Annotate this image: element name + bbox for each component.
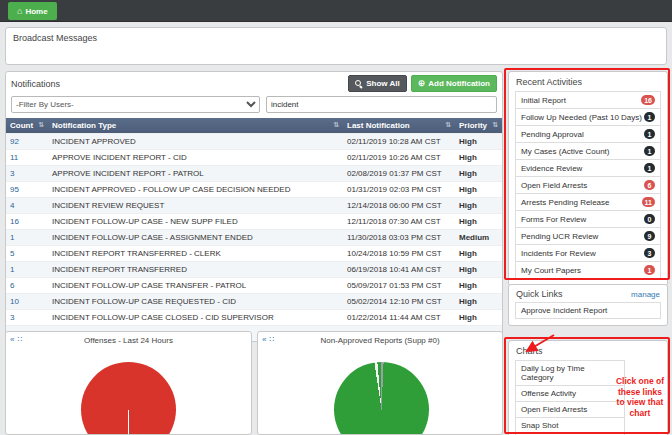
show-all-button[interactable]: Show All [348,75,406,92]
home-tab-label: Home [25,7,47,16]
offenses-chart-title: Offenses - Last 24 Hours [6,332,251,345]
notification-search-input[interactable] [266,96,497,113]
notification-type-cell: APPROVE INCIDENT REPORT - PATROL [48,166,343,182]
chart-link-item[interactable]: Daily Log by Time Category [515,360,625,386]
recent-activity-label: Evidence Review [521,164,582,173]
column-header-type[interactable]: Notification Type ⇅ [48,118,343,134]
chart-link-label: Offense Activity [521,389,576,398]
notification-count-link[interactable]: 95 [10,185,19,194]
notification-count-link[interactable]: 16 [10,217,19,226]
quick-link-item[interactable]: Approve Incident Report [515,302,661,319]
count-badge: 1 [644,129,655,139]
broadcast-messages-title: Broadcast Messages [6,28,666,46]
notification-row[interactable]: 4 INCIDENT REVIEW REQUEST 12/14/2018 06:… [6,198,502,214]
grip-icon[interactable]: ∷ [17,335,22,344]
notification-count-link[interactable]: 4 [10,201,14,210]
home-tab[interactable]: ⌂ Home [8,2,57,20]
notification-count-link[interactable]: 11 [10,153,18,162]
notification-row[interactable]: 3 APPROVE INCIDENT REPORT - PATROL 02/08… [6,166,502,182]
recent-activity-item[interactable]: Open Field Arrests 6 [515,176,661,194]
notification-count-link[interactable]: 6 [10,281,14,290]
notification-priority-cell: High [455,246,502,262]
notification-count-link[interactable]: 3 [10,313,14,322]
notification-count-link[interactable]: 3 [10,169,14,178]
quick-links-panel: Quick Links manage Approve Incident Repo… [508,284,668,326]
recent-activity-label: Follow Up Needed (Past 10 Days) [521,113,642,122]
add-notification-button[interactable]: ⊕ Add Notification [411,75,497,92]
collapse-icon[interactable]: « [10,335,14,344]
notification-row[interactable]: 1 INCIDENT FOLLOW-UP CASE - ASSIGNMENT E… [6,230,502,246]
notification-row[interactable]: 16 INCIDENT FOLLOW-UP CASE - NEW SUPP FI… [6,214,502,230]
recent-activity-item[interactable]: Incidents For Review 3 [515,244,661,262]
notification-row[interactable]: 95 INCIDENT APPROVED - FOLLOW UP CASE DE… [6,182,502,198]
notification-row[interactable]: 1 INCIDENT REPORT TRANSFERRED 06/19/2018… [6,262,502,278]
notification-row[interactable]: 6 INCIDENT FOLLOW-UP CASE TRANSFER - PAT… [6,278,502,294]
recent-activity-item[interactable]: Pending Approval 1 [515,125,661,143]
collapse-icon[interactable]: « [262,335,266,344]
manage-link[interactable]: manage [631,290,660,299]
count-badge: 6 [644,180,655,190]
count-badge: 3 [644,248,655,258]
notification-row[interactable]: 5 INCIDENT REPORT TRANSFERRED - CLERK 10… [6,246,502,262]
recent-activity-item[interactable]: Follow Up Needed (Past 10 Days) 1 [515,108,661,126]
notification-count-link[interactable]: 5 [10,249,14,258]
recent-activity-item[interactable]: Arrests Pending Release 11 [515,193,661,211]
recent-activity-item[interactable]: My Cases (Active Count) 1 [515,142,661,160]
sort-icon: ⇅ [333,121,339,129]
recent-activity-item[interactable]: Pending UCR Review 9 [515,227,661,245]
notification-priority-cell: High [455,262,502,278]
notifications-table: Count ⇅ Notification Type ⇅ Last Notific… [6,118,502,341]
notification-count-link[interactable]: 1 [10,233,14,242]
recent-activity-item[interactable]: Evidence Review 1 [515,159,661,177]
search-icon [355,80,363,88]
notifications-table-header: Count ⇅ Notification Type ⇅ Last Notific… [6,118,502,134]
sort-icon: ⇅ [38,121,44,129]
count-badge: 16 [641,95,655,105]
notification-type-cell: INCIDENT FOLLOW-UP CASE - ASSIGNMENT END… [48,230,343,246]
recent-activity-item[interactable]: Forms For Review 0 [515,210,661,228]
notification-row[interactable]: 92 INCIDENT APPROVED 02/11/2019 10:28 AM… [6,134,502,150]
column-header-last-notification[interactable]: Last Notification ⇅ [343,118,455,134]
notification-row[interactable]: 10 INCIDENT FOLLOW-UP CASE REQUESTED - C… [6,294,502,310]
notification-row[interactable]: 11 APPROVE INCIDENT REPORT - CID 02/11/2… [6,150,502,166]
count-badge: 0 [644,214,655,224]
recent-activity-label: Open Field Arrests [521,181,587,190]
notification-row[interactable]: 3 INCIDENT FOLLOW-UP CASE CLOSED - CID S… [6,310,502,326]
notification-date-cell: 05/09/2017 01:53 PM CST [343,278,455,294]
recent-activity-label: Forms For Review [521,215,586,224]
notification-date-cell: 06/19/2018 10:41 AM CST [343,262,455,278]
notification-priority-cell: High [455,278,502,294]
quick-link-label: Approve Incident Report [521,306,607,315]
chart-link-item[interactable]: Open Field Arrests [515,401,625,418]
chart-link-item[interactable]: Offense Activity [515,385,625,402]
notification-priority-cell: High [455,310,502,326]
notification-priority-cell: High [455,134,502,150]
charts-panel: Charts Daily Log by Time Category Offens… [508,340,668,435]
recent-activity-label: Initial Report [521,96,566,105]
recent-activity-item[interactable]: Initial Report 16 [515,91,661,109]
home-icon: ⌂ [17,7,22,16]
chart-link-item[interactable]: Snap Shot [515,417,625,434]
nonapproved-chart-title: Non-Approved Reports (Supp #0) [258,332,502,345]
add-notification-label: Add Notification [428,79,490,88]
chart-link-label: Daily Log by Time Category [521,364,619,382]
column-header-priority[interactable]: Priority ⇅ [455,118,502,134]
notification-count-link[interactable]: 92 [10,137,19,146]
chart-link-label: Snap Shot [521,421,558,430]
sort-icon: ⇅ [492,121,498,129]
nonapproved-pie-chart [334,362,429,435]
recent-activity-label: Incidents For Review [521,249,596,258]
recent-activities-title: Recent Activities [509,72,667,90]
recent-activity-label: Pending Approval [521,130,584,139]
notification-count-link[interactable]: 1 [10,265,14,274]
recent-activity-item[interactable]: My Court Papers 1 [515,261,661,279]
column-header-count[interactable]: Count ⇅ [6,118,48,134]
notification-priority-cell: High [455,150,502,166]
notification-type-cell: INCIDENT APPROVED - FOLLOW UP CASE DECIS… [48,182,343,198]
grip-icon[interactable]: ∷ [269,335,274,344]
filter-users-select[interactable]: -Filter By Users- [11,96,260,113]
notification-count-link[interactable]: 10 [10,297,19,306]
quick-links-title: Quick Links [516,289,563,299]
count-badge: 9 [644,231,655,241]
notification-date-cell: 01/31/2019 02:03 PM CST [343,182,455,198]
